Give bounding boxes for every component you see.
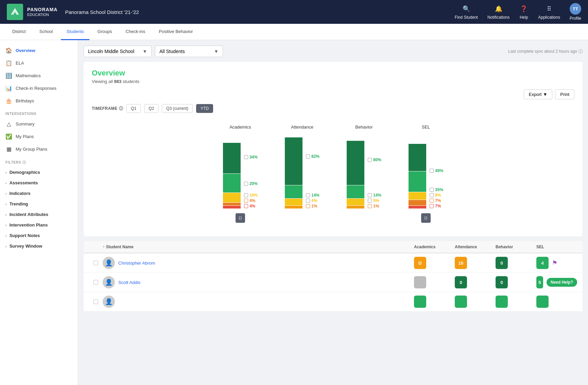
sidebar-item-my-group-plans[interactable]: ▦ My Group Plans: [0, 143, 78, 155]
attendance-cell: 0: [455, 276, 496, 288]
chart-area: Academics 34%: [92, 121, 574, 230]
sel-cell: [536, 296, 577, 308]
sel-bar: [409, 134, 426, 208]
tab-district[interactable]: District: [7, 24, 31, 40]
sel-badge: 4: [536, 257, 549, 269]
student-name-header[interactable]: ↑ Student Name: [103, 245, 414, 249]
find-student-button[interactable]: 🔍 Find Student: [455, 4, 478, 20]
bar-checkbox[interactable]: [430, 193, 434, 197]
chevron-right-icon: ›: [5, 181, 7, 185]
bar-checkbox[interactable]: [368, 193, 372, 197]
filter-support-notes[interactable]: › Support Notes: [0, 230, 78, 241]
attendance-cell: [455, 296, 496, 308]
bar-checkbox[interactable]: [368, 199, 372, 203]
sidebar-item-overview[interactable]: 🏠 Overview: [0, 44, 78, 57]
bar-segment: [409, 200, 426, 205]
bar-checkbox[interactable]: [368, 204, 372, 208]
notifications-button[interactable]: 🔔 Notifications: [487, 4, 509, 20]
tab-students[interactable]: Students: [61, 24, 89, 40]
checkin-icon: 📊: [5, 85, 12, 91]
code-icon-button[interactable]: ⟨⟩: [236, 213, 245, 223]
sidebar-item-mathematics[interactable]: 🔢 Mathematics: [0, 69, 78, 82]
tab-school[interactable]: School: [34, 24, 58, 40]
behavior-cell: 0: [496, 276, 536, 288]
bar-checkbox[interactable]: [306, 193, 310, 197]
bar-checkbox[interactable]: [368, 158, 372, 162]
filter-intervention-plans[interactable]: › Intervention Plans: [0, 220, 78, 230]
timeframe-q2[interactable]: Q2: [144, 104, 158, 113]
birthday-icon: 🎂: [5, 98, 12, 104]
table-header: ↑ Student Name Academics Attendance Beha…: [84, 241, 583, 253]
timeframe-ytd[interactable]: YTD: [196, 104, 213, 113]
sidebar-item-checkin-responses[interactable]: 📊 Check-in Responses: [0, 82, 78, 95]
help-button[interactable]: ❓ Help: [519, 4, 529, 20]
filter-indicators[interactable]: › Indicators: [0, 188, 78, 199]
timeframe-q1[interactable]: Q1: [126, 104, 141, 113]
select-cell: [89, 299, 103, 304]
filter-incident-attributes[interactable]: › Incident Attributes: [0, 209, 78, 220]
bar-segment: [409, 206, 426, 208]
bar-checkbox[interactable]: [430, 188, 434, 192]
bar-checkbox[interactable]: [306, 154, 310, 158]
students-table: ↑ Student Name Academics Attendance Beha…: [84, 241, 583, 312]
district-name: Panorama School District '21-'22: [65, 9, 139, 15]
sidebar-item-my-plans[interactable]: ✅ My Plans: [0, 130, 78, 143]
summary-icon: △: [5, 121, 12, 127]
row-select-checkbox[interactable]: [93, 299, 98, 304]
bar-checkbox[interactable]: [306, 204, 310, 208]
table-row: 👤: [84, 292, 583, 312]
bar-checkbox[interactable]: [430, 169, 434, 173]
tab-groups[interactable]: Groups: [92, 24, 118, 40]
sidebar-item-birthdays[interactable]: 🎂 Birthdays: [0, 95, 78, 107]
export-button[interactable]: Export ▼: [524, 89, 552, 99]
profile-button[interactable]: TT Profile: [570, 3, 581, 21]
sel-cell: 4 ⚑: [536, 257, 577, 269]
sidebar-item-ela[interactable]: 📋 ELA: [0, 57, 78, 69]
row-select-checkbox[interactable]: [93, 280, 98, 285]
overview-title: Overview: [92, 69, 574, 78]
filter-survey-window[interactable]: › Survey Window: [0, 241, 78, 251]
bar-checkbox[interactable]: [244, 204, 248, 208]
filter-assessments[interactable]: › Assessments: [0, 178, 78, 188]
attendance-header: Attendance: [455, 245, 496, 249]
bar-checkbox[interactable]: [244, 155, 248, 159]
filter-demographics[interactable]: › Demographics: [0, 167, 78, 178]
need-help-button[interactable]: Need Help?: [547, 278, 577, 287]
sort-up-icon: ↑: [103, 245, 105, 249]
avatar: 👤: [103, 276, 115, 288]
avatar: TT: [570, 3, 581, 15]
info-icon: ⓘ: [119, 106, 123, 112]
bar-segment: [223, 143, 241, 173]
attendance-cell: 16: [455, 257, 496, 269]
bar-segment: [223, 193, 241, 202]
math-icon: 🔢: [5, 72, 12, 79]
panorama-logo[interactable]: [7, 4, 23, 20]
search-icon: 🔍: [462, 4, 471, 14]
applications-button[interactable]: ⠿ Applications: [538, 4, 560, 20]
bar-checkbox[interactable]: [244, 199, 248, 203]
sidebar-item-summary[interactable]: △ Summary: [0, 118, 78, 130]
school-dropdown[interactable]: Lincoln Middle School ▼: [84, 46, 152, 57]
bar-checkbox[interactable]: [430, 204, 434, 208]
print-button[interactable]: Print: [555, 89, 574, 99]
tab-positive-behavior[interactable]: Positive Behavior: [153, 24, 198, 40]
academics-header: Academics: [414, 245, 455, 249]
bar-checkbox[interactable]: [244, 182, 248, 186]
chevron-down-icon: ▼: [543, 92, 547, 97]
bar-checkbox[interactable]: [430, 199, 434, 203]
timeframe-q3[interactable]: Q3 (current): [162, 104, 193, 113]
chevron-right-icon: ›: [5, 191, 7, 196]
bar-checkbox[interactable]: [244, 193, 248, 197]
code-icon-button[interactable]: ⟨⟩: [421, 213, 431, 223]
bar-segment: [409, 171, 426, 192]
timeframe-row: TIMEFRAME ⓘ Q1 Q2 Q3 (current) YTD: [92, 104, 574, 113]
bar-checkbox[interactable]: [306, 199, 310, 203]
bar-segment: [223, 203, 241, 205]
tab-checkins[interactable]: Check-ins: [120, 24, 151, 40]
row-select-checkbox[interactable]: [93, 261, 98, 265]
student-name[interactable]: Scott Addis: [118, 280, 140, 285]
group-dropdown[interactable]: All Students ▼: [155, 46, 223, 57]
filter-trending[interactable]: › Trending: [0, 199, 78, 209]
student-name[interactable]: Christopher Abrom: [118, 261, 155, 266]
overview-subtitle: Viewing all 983 students: [92, 79, 574, 84]
